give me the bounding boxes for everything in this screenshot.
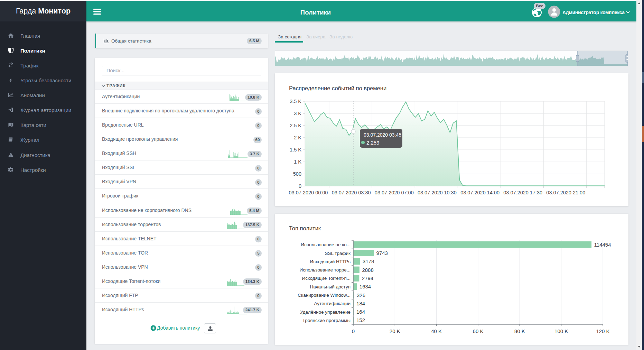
svg-text:3.5 K: 3.5 K bbox=[290, 99, 301, 104]
svg-text:03.07.2020 00:00: 03.07.2020 00:00 bbox=[289, 190, 328, 195]
svg-text:164: 164 bbox=[356, 309, 365, 315]
svg-text:Аутентификации: Аутентификации bbox=[314, 301, 351, 306]
svg-text:2888: 2888 bbox=[362, 267, 373, 273]
svg-text:152: 152 bbox=[356, 317, 365, 323]
svg-text:0: 0 bbox=[352, 328, 355, 334]
svg-text:SSL трафик: SSL трафик bbox=[325, 251, 351, 256]
svg-text:1.5 K: 1.5 K bbox=[290, 147, 301, 153]
svg-text:03.07.2020 17:30: 03.07.2020 17:30 bbox=[503, 190, 542, 195]
svg-text:03.07.2020 21:00: 03.07.2020 21:00 bbox=[546, 190, 585, 195]
svg-text:3 K: 3 K bbox=[294, 111, 301, 116]
svg-text:2 K: 2 K bbox=[294, 135, 301, 140]
svg-text:114454: 114454 bbox=[594, 242, 611, 248]
svg-text:03.07.2020 10:30: 03.07.2020 10:30 bbox=[418, 190, 457, 195]
svg-text:60 K: 60 K bbox=[473, 328, 484, 334]
svg-text:03.07.2020 07:00: 03.07.2020 07:00 bbox=[375, 190, 414, 195]
svg-text:Начальный доступ: Начальный доступ bbox=[310, 284, 351, 289]
svg-text:Сканирование Window...: Сканирование Window... bbox=[298, 293, 351, 298]
svg-text:0: 0 bbox=[299, 183, 301, 189]
svg-text:03.07.2020 03:45: 03.07.2020 03:45 bbox=[364, 132, 401, 138]
svg-text:Использование торре...: Использование торре... bbox=[299, 267, 351, 273]
svg-text:Исходящие Torrent-п...: Исходящие Torrent-п... bbox=[302, 276, 351, 281]
svg-text:40 K: 40 K bbox=[431, 328, 442, 334]
svg-text:2794: 2794 bbox=[362, 275, 373, 281]
svg-text:20 K: 20 K bbox=[390, 328, 400, 334]
svg-text:Троянские программы: Троянские программы bbox=[302, 318, 351, 323]
svg-text:Удалённое управление: Удалённое управление bbox=[300, 310, 351, 315]
svg-text:500: 500 bbox=[293, 171, 301, 177]
svg-text:03.07.2020 03:30: 03.07.2020 03:30 bbox=[332, 190, 371, 195]
svg-text:1634: 1634 bbox=[360, 284, 371, 289]
svg-text:3178: 3178 bbox=[363, 258, 374, 264]
svg-text:100 K: 100 K bbox=[554, 328, 568, 334]
svg-text:9743: 9743 bbox=[376, 250, 388, 256]
svg-text:Использование не ко...: Использование не ко... bbox=[301, 242, 351, 247]
svg-text:2.5 K: 2.5 K bbox=[290, 123, 301, 128]
svg-text:120 K: 120 K bbox=[596, 328, 609, 334]
svg-text:03.07.2020 14:00: 03.07.2020 14:00 bbox=[460, 190, 500, 195]
svg-text:184: 184 bbox=[356, 301, 365, 306]
svg-text:Исходящий HTTPs: Исходящий HTTPs bbox=[310, 259, 351, 264]
svg-text:1 K: 1 K bbox=[294, 159, 301, 165]
svg-text:326: 326 bbox=[357, 292, 365, 298]
svg-text:80 K: 80 K bbox=[514, 328, 525, 334]
svg-text:2,259: 2,259 bbox=[366, 140, 380, 146]
